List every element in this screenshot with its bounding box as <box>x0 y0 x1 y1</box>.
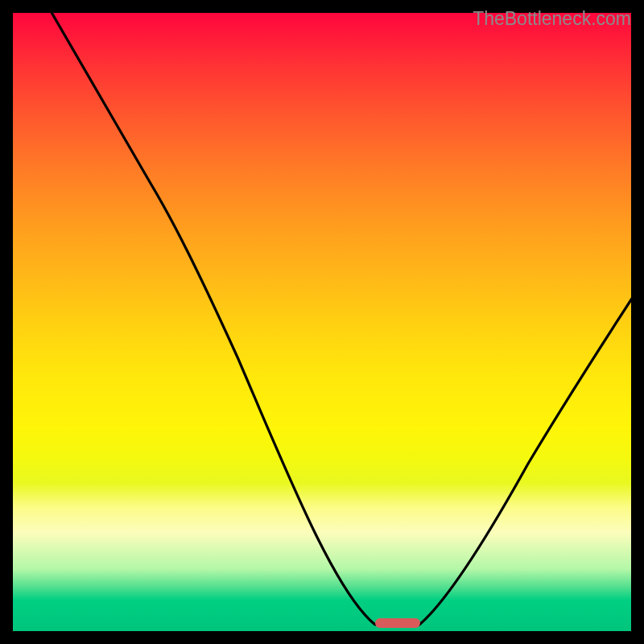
optimal-range-marker <box>375 618 420 628</box>
bottleneck-curve <box>13 13 631 631</box>
watermark-text: TheBottleneck.com <box>473 8 631 30</box>
chart-plot-area <box>13 13 631 631</box>
